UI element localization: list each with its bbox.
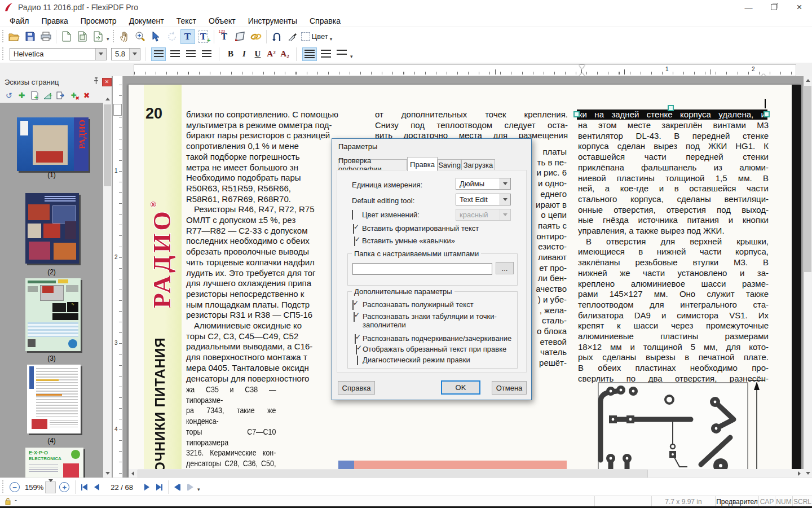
line-spacing-tight-button[interactable] — [302, 47, 317, 61]
tab-spellcheck[interactable]: Проверка орфографии — [338, 159, 407, 170]
view-forward-button[interactable] — [187, 484, 193, 491]
toolbar-grip2[interactable] — [112, 30, 115, 43]
menu-edit[interactable]: Правка — [35, 15, 74, 27]
delete-page-button[interactable]: ✖ — [80, 90, 93, 101]
tool-select[interactable]: Text Edit — [456, 194, 511, 205]
next-page-button[interactable] — [144, 484, 149, 491]
rotate-tool-button[interactable] — [165, 29, 179, 44]
select-tool-button[interactable] — [149, 29, 164, 44]
menu-text[interactable]: Текст — [170, 15, 202, 27]
tab-saving[interactable]: Saving — [438, 159, 461, 170]
status-caps[interactable]: CAP — [758, 496, 775, 507]
menu-help[interactable]: Справка — [303, 15, 347, 27]
options-dialog[interactable]: Параметры Проверка орфографии Правка Sav… — [332, 138, 532, 400]
vscroll-thumb[interactable] — [804, 86, 811, 272]
menu-object[interactable]: Объект — [202, 15, 242, 27]
insert-page-button[interactable]: + — [28, 90, 41, 101]
color-swatch[interactable] — [301, 29, 310, 44]
restore-button[interactable] — [761, 0, 787, 14]
scroll-down-arrow[interactable] — [804, 469, 812, 478]
detect-tabs-checkbox[interactable] — [354, 312, 355, 322]
minimize-button[interactable]: — — [736, 0, 761, 14]
thumbnails-scroll-thumb[interactable] — [104, 104, 111, 186]
view-back-button[interactable] — [174, 484, 180, 491]
new-page-button[interactable] — [59, 29, 74, 44]
rotate-page-button[interactable]: ↺ — [2, 90, 15, 101]
horizontal-scrollbar[interactable] — [129, 469, 804, 478]
detect-underline-checkbox[interactable] — [355, 334, 356, 344]
horizontal-ruler[interactable]: 1 2 — [134, 64, 796, 76]
format-toolbar-grip[interactable] — [2, 47, 5, 61]
align-justify-button[interactable] — [200, 48, 213, 60]
stamp-folder-input[interactable] — [352, 263, 492, 275]
line-spacing-loose-button[interactable] — [335, 48, 348, 60]
pin-icon[interactable] — [93, 77, 99, 86]
first-page-button[interactable] — [81, 484, 87, 491]
history-dropdown[interactable]: ▾ — [197, 487, 200, 492]
diagnostic-mode-checkbox[interactable] — [357, 356, 358, 365]
selection-handle-top[interactable] — [668, 105, 674, 111]
selection-handle-right[interactable] — [764, 111, 770, 117]
close-button[interactable]: × — [787, 0, 812, 14]
line-spacing-medium-button[interactable] — [319, 48, 333, 60]
last-page-button[interactable] — [156, 484, 162, 491]
subscript-button[interactable]: A₂ — [278, 49, 292, 59]
open-button[interactable] — [7, 29, 21, 44]
save-button[interactable] — [23, 29, 37, 44]
font-size-select[interactable]: 5.8 — [111, 48, 140, 60]
show-clipped-checkbox[interactable] — [356, 345, 357, 354]
thumbnails-scrollbar[interactable] — [103, 95, 112, 478]
tab-loading[interactable]: Загрузка — [461, 159, 495, 170]
numbering-tool-button[interactable]: T 123 — [217, 29, 232, 44]
delete-insert-button[interactable]: ✚ ✖ — [67, 90, 80, 101]
toolbar-grip[interactable] — [2, 30, 5, 43]
thumbnails-scroll-up[interactable] — [103, 95, 112, 103]
bold-button[interactable]: B — [224, 49, 237, 59]
thumbnails-scroll-down[interactable] — [103, 469, 112, 478]
print-button[interactable] — [38, 29, 53, 44]
smart-quotes-checkbox[interactable] — [354, 237, 355, 246]
prev-page-button[interactable] — [94, 484, 99, 491]
status-num[interactable]: NUM — [775, 496, 792, 507]
extract-page-button[interactable] — [91, 29, 105, 44]
scroll-left-arrow[interactable] — [129, 469, 137, 478]
thumbnail-page-1[interactable]: РАДИО — [17, 117, 89, 171]
reflow-tool-button[interactable] — [270, 29, 284, 44]
thumbnail-page-3[interactable]: ∿ — [25, 278, 81, 351]
zoom-out-button[interactable]: − — [10, 482, 20, 492]
vertical-scrollbar[interactable] — [804, 76, 812, 478]
menu-file[interactable]: Файл — [3, 15, 35, 27]
menu-document[interactable]: Документ — [123, 15, 170, 27]
color-change-checkbox[interactable] — [352, 210, 353, 220]
ok-button[interactable]: OK — [441, 380, 480, 395]
align-right-button[interactable] — [184, 48, 197, 60]
browse-button[interactable]: ... — [496, 262, 514, 274]
ruler-origin-box[interactable] — [113, 104, 122, 116]
tab-edit[interactable]: Правка — [407, 157, 438, 171]
page-tools-dropdown[interactable]: ▾ — [107, 36, 109, 42]
scroll-up-arrow[interactable] — [804, 76, 812, 85]
vertical-ruler[interactable]: 1 2 3 4 — [113, 76, 123, 478]
eyedropper-tool-button[interactable] — [285, 29, 300, 44]
underline-button[interactable]: U — [251, 49, 264, 59]
line-spacing-dropdown[interactable]: ▾ — [350, 54, 353, 59]
add-text-tool-button[interactable]: T + — [196, 29, 211, 44]
scan-page-button[interactable]: + — [41, 90, 54, 101]
cancel-button[interactable]: Отмена — [492, 381, 527, 395]
export-page-button[interactable] — [54, 90, 67, 101]
superscript-button[interactable]: A² — [264, 49, 278, 59]
help-button[interactable]: Справка — [338, 381, 375, 395]
add-page-button[interactable]: ✚ — [15, 90, 28, 101]
text-edit-tool-button[interactable]: T — [180, 29, 195, 44]
panel-close-button[interactable]: ✕ — [102, 78, 112, 86]
thumbnail-page-5[interactable]: E·X·P·O ELECTRONICA — [25, 448, 83, 478]
paste-formatted-checkbox[interactable] — [353, 224, 354, 234]
color-dropdown[interactable]: ▾ — [330, 36, 333, 42]
unit-select[interactable]: Дюймы — [456, 178, 511, 190]
link-tool-button[interactable] — [249, 29, 263, 44]
thumbnail-page-4[interactable] — [27, 365, 81, 433]
italic-button[interactable]: I — [237, 49, 251, 59]
menu-view[interactable]: Просмотр — [74, 15, 123, 27]
selection-handle-left[interactable] — [573, 111, 580, 117]
crop-tool-button[interactable] — [233, 29, 248, 44]
